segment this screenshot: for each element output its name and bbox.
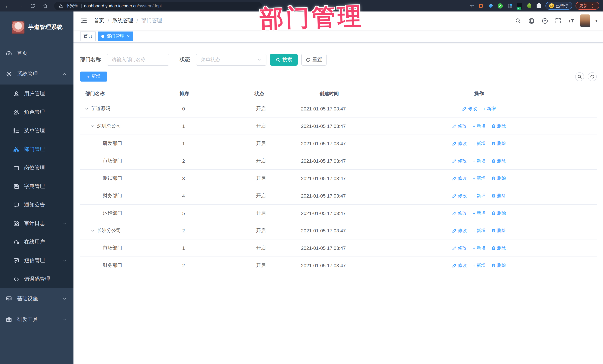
filter-form: 部门名称 请输入部门名称 状态 菜单状态 搜索 重置 [80,54,597,66]
dept-name: 芋道源码 [91,105,110,112]
tree-expand-icon[interactable] [85,107,91,111]
font-size-icon[interactable]: TT [567,16,576,25]
extension-puzzle-icon[interactable] [536,3,542,9]
edit-action-link[interactable]: 修改 [452,140,467,147]
breadcrumb-system[interactable]: 系统管理 [112,17,133,24]
delete-icon [491,211,496,215]
sidebar-item-9[interactable]: 审计日志 [0,214,73,233]
browser-home-button[interactable] [42,2,49,10]
tab-close-icon[interactable]: × [127,34,130,39]
browser-update-button[interactable]: 更新 ⋮ [576,2,599,10]
sidebar-item-1[interactable]: 系统管理 [0,64,73,85]
status-select[interactable]: 菜单状态 [196,54,267,66]
add-action-link[interactable]: +新增 [473,175,485,181]
sidebar-item-7[interactable]: 字典管理 [0,177,73,196]
bookmark-star-icon[interactable]: ☆ [470,3,475,9]
delete-action-link[interactable]: 删除 [491,210,506,216]
org-tree-icon [13,146,19,152]
edit-action-link[interactable]: 修改 [462,105,477,112]
sidebar-item-label: 字典管理 [24,183,45,190]
browser-back-button[interactable]: ← [4,2,11,10]
address-bar[interactable]: 不安全 dashboard.yudao.iocoder.cn/system/de… [54,2,262,10]
browser-menu-icon[interactable]: ⋮ [590,3,596,8]
add-action-link[interactable]: +新增 [473,158,485,164]
delete-action-link[interactable]: 删除 [491,140,506,147]
edit-action-link[interactable]: 修改 [452,210,467,216]
caret-down-icon[interactable]: ▾ [595,18,597,23]
edit-action-link[interactable]: 修改 [452,158,467,164]
add-action-link[interactable]: +新增 [473,262,485,269]
delete-action-link[interactable]: 删除 [491,193,506,199]
sidebar-item-13[interactable]: 基础设施 [0,288,73,309]
sidebar-item-14[interactable]: 研发工具 [0,309,73,330]
edit-action-link[interactable]: 修改 [452,123,467,129]
extension-gem-icon[interactable] [487,3,494,9]
search-icon[interactable] [514,16,523,25]
edit-action-link[interactable]: 修改 [452,193,467,199]
breadcrumb-home[interactable]: 首页 [94,17,104,24]
sidebar: 芋道管理系统 首页系统管理用户管理角色管理菜单管理部门管理岗位管理字典管理通知公… [0,11,73,364]
add-action-link[interactable]: +新增 [473,245,485,251]
sidebar-logo[interactable]: 芋道管理系统 [0,11,73,43]
edit-icon [452,194,457,198]
sidebar-item-8[interactable]: 通知公告 [0,196,73,214]
add-action-link[interactable]: +新增 [473,227,485,234]
delete-action-link[interactable]: 删除 [491,158,506,164]
tab-dept[interactable]: 部门管理 × [98,31,133,41]
edit-action-link[interactable]: 修改 [452,175,467,181]
delete-action-link[interactable]: 删除 [491,245,506,251]
hamburger-icon[interactable] [79,16,89,26]
toggle-search-button[interactable] [575,72,584,81]
tab-home[interactable]: 首页 [80,31,96,41]
sidebar-item-12[interactable]: 错误码管理 [0,270,73,288]
add-action-link[interactable]: +新增 [473,193,485,199]
help-icon[interactable]: ? [541,16,549,25]
search-button[interactable]: 搜索 [270,54,298,66]
edit-action-link[interactable]: 修改 [452,262,467,269]
sidebar-item-4[interactable]: 菜单管理 [0,121,73,140]
refresh-icon [306,57,311,62]
add-action-link[interactable]: +新增 [473,210,485,216]
delete-action-link[interactable]: 删除 [491,123,506,129]
fullscreen-icon[interactable] [554,16,563,25]
refresh-table-button[interactable] [588,72,597,81]
refresh-icon [590,74,594,79]
github-icon[interactable] [527,16,536,25]
delete-action-link[interactable]: 删除 [491,175,506,181]
url-host: dashboard.yudao.iocoder.cn [84,3,138,8]
dept-sort: 5 [177,210,251,216]
extension-plant-icon[interactable] [526,3,532,9]
tree-expand-icon[interactable] [91,229,97,232]
extension-list-icon[interactable]: on [516,3,523,9]
sidebar-item-6[interactable]: 岗位管理 [0,159,73,177]
avatar[interactable] [580,14,590,27]
delete-action-link[interactable]: 删除 [491,227,506,234]
edit-action-link[interactable]: 修改 [452,227,467,234]
extension-grid-icon[interactable] [507,3,513,9]
profile-paused-chip[interactable]: ☺ 已暂停 [545,2,572,10]
sidebar-item-0[interactable]: 首页 [0,43,73,64]
add-action-link[interactable]: +新增 [473,140,485,147]
action-label: 删除 [497,193,506,199]
book-icon [13,184,19,189]
reset-button[interactable]: 重置 [301,54,326,66]
add-button[interactable]: + 新增 [80,72,107,82]
extension-check-icon[interactable]: ✓ [497,3,503,9]
sidebar-item-11[interactable]: 短信管理 [0,251,73,270]
browser-reload-button[interactable] [29,2,36,10]
sidebar-item-3[interactable]: 角色管理 [0,103,73,121]
security-warning-icon [59,3,63,8]
browser-forward-button[interactable]: → [16,2,24,10]
add-icon: + [473,158,475,163]
sidebar-item-10[interactable]: 在线用户 [0,233,73,251]
delete-action-link[interactable]: 删除 [491,262,506,269]
sidebar-item-2[interactable]: 用户管理 [0,85,73,103]
add-action-link[interactable]: +新增 [483,105,496,112]
add-action-link[interactable]: +新增 [473,123,485,129]
extension-ring-icon[interactable] [478,3,484,9]
edit-action-link[interactable]: 修改 [452,245,467,251]
dept-name-input[interactable]: 请输入部门名称 [107,54,169,66]
add-icon: + [473,141,475,146]
sidebar-item-5[interactable]: 部门管理 [0,140,73,159]
tree-expand-icon[interactable] [91,124,97,128]
